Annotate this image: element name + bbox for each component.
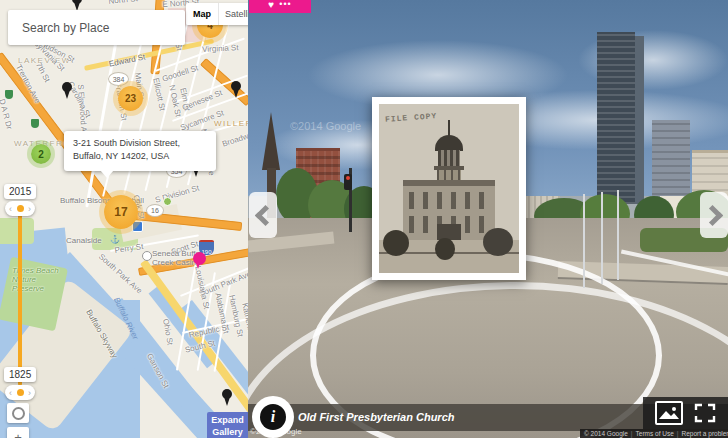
photo-pin[interactable] bbox=[62, 82, 72, 92]
photo-pin[interactable] bbox=[231, 81, 241, 91]
pano-left-arrow[interactable] bbox=[249, 192, 277, 238]
flag-pole bbox=[617, 190, 619, 280]
map-type-map-button[interactable]: Map bbox=[186, 3, 218, 25]
interstate-mini-shield bbox=[31, 119, 39, 128]
info-window: 3-21 South Division Street, Buffalo, NY … bbox=[64, 131, 216, 171]
red-light bbox=[346, 176, 350, 180]
lasalle-park bbox=[0, 218, 34, 244]
search-placeholder: Search by Place bbox=[22, 21, 109, 35]
handle-dot-icon bbox=[17, 389, 24, 396]
canalside-label: Canalside bbox=[66, 236, 102, 245]
handle-right-chevron-icon: › bbox=[28, 204, 31, 214]
target-icon bbox=[12, 407, 25, 420]
handle-right-chevron-icon: › bbox=[28, 388, 31, 398]
app-window: LAKEVIEW ALLENTOWN WATERFRONT WILLERT PA… bbox=[0, 0, 728, 438]
selected-photo-pin-casino[interactable] bbox=[193, 252, 206, 265]
photo-finial bbox=[448, 120, 450, 136]
map-type-control: Map Satellite bbox=[186, 3, 248, 25]
gallery-toggle-button[interactable] bbox=[655, 401, 683, 425]
flag-pole bbox=[583, 194, 585, 288]
street-label: D A R Dr bbox=[0, 98, 14, 130]
street-label: Broadway bbox=[221, 129, 248, 149]
photo-caption: Old First Presbyterian Church bbox=[298, 411, 454, 423]
left-chevron-icon bbox=[254, 204, 275, 225]
handle-left-chevron-icon: ‹ bbox=[9, 204, 12, 214]
dots-icon: ••• bbox=[279, 0, 291, 8]
street-label: S Division St bbox=[154, 183, 200, 204]
pano-right-arrow[interactable] bbox=[700, 192, 728, 238]
search-box[interactable]: Search by Place bbox=[8, 10, 185, 45]
attribution-bar: © 2014 Google | Terms of Use | Report a … bbox=[580, 429, 728, 438]
photo-tree bbox=[383, 230, 409, 256]
timeline-handle-top[interactable]: ‹ › bbox=[5, 201, 35, 216]
route-badge-384: 384 bbox=[108, 72, 129, 86]
separator: | bbox=[677, 430, 679, 437]
report-link[interactable]: Report a problem bbox=[682, 430, 728, 437]
route-badge-16: 16 bbox=[146, 204, 164, 217]
photo-lantern bbox=[438, 150, 460, 166]
casino-dice-icon bbox=[142, 251, 152, 261]
map-panel[interactable]: LAKEVIEW ALLENTOWN WATERFRONT WILLERT PA… bbox=[0, 0, 248, 438]
map-type-satellite-button[interactable]: Satellite bbox=[218, 3, 248, 25]
skyscraper-side-face bbox=[635, 36, 644, 204]
gallery-marker-23[interactable]: 23 bbox=[118, 86, 143, 111]
photo-icon bbox=[657, 403, 681, 423]
historical-photo-overlay[interactable]: FILE COPY bbox=[372, 97, 526, 280]
bisons-poi-icon bbox=[163, 197, 172, 206]
streetview-panel[interactable]: ©2014 Google bbox=[248, 0, 728, 438]
info-button[interactable]: i bbox=[252, 396, 294, 438]
heart-icon: ♥ bbox=[268, 0, 274, 10]
favorites-button[interactable]: ♥ ••• bbox=[249, 0, 311, 13]
canalside-anchor-icon: ⚓ bbox=[110, 235, 120, 244]
info-window-line2: Buffalo, NY 14202, USA bbox=[73, 150, 207, 163]
info-icon: i bbox=[260, 404, 286, 430]
streetview-controls bbox=[643, 397, 728, 429]
photo-window-row bbox=[409, 192, 489, 209]
terms-link[interactable]: Terms of Use bbox=[636, 430, 674, 437]
separator: | bbox=[631, 430, 633, 437]
neighborhood-label: WILLERT PARK bbox=[214, 119, 248, 128]
photo-pin[interactable] bbox=[72, 0, 82, 4]
handle-dot-icon bbox=[17, 205, 24, 212]
copyright-text: © 2014 Google bbox=[584, 430, 628, 437]
my-location-button[interactable] bbox=[7, 403, 29, 423]
interstate-mini-shield bbox=[5, 90, 13, 99]
flag-pole bbox=[601, 192, 603, 284]
church-spire bbox=[262, 112, 280, 170]
skyscraper-tower bbox=[597, 32, 635, 204]
photo-tree bbox=[435, 238, 455, 260]
fullscreen-button[interactable] bbox=[694, 403, 716, 423]
traffic-light-head bbox=[344, 174, 352, 190]
zoom-in-button[interactable]: + bbox=[7, 427, 29, 438]
file-copy-stamp: FILE COPY bbox=[385, 111, 438, 124]
street-label: Virginia St bbox=[202, 43, 239, 54]
timeline-track[interactable] bbox=[18, 208, 22, 386]
sky-watermark: ©2014 Google bbox=[290, 120, 361, 132]
street-label: North St bbox=[108, 0, 138, 6]
photo-pin[interactable] bbox=[222, 389, 232, 399]
gallery-marker-17[interactable]: 17 bbox=[104, 195, 138, 229]
photo-dome bbox=[435, 135, 463, 151]
info-window-pointer bbox=[100, 170, 114, 178]
gallery-marker-2[interactable]: 2 bbox=[31, 144, 51, 164]
timeline-handle-bottom[interactable]: ‹ › bbox=[5, 385, 35, 400]
handle-left-chevron-icon: ‹ bbox=[9, 388, 12, 398]
timeline-year-oldest: 1825 bbox=[4, 367, 36, 382]
photo-tree bbox=[483, 228, 513, 256]
timeline-year-newest: 2015 bbox=[4, 184, 36, 199]
expand-gallery-button[interactable]: Expand Gallery bbox=[207, 412, 248, 438]
info-window-line1: 3-21 South Division Street, bbox=[73, 137, 207, 150]
fullscreen-icon bbox=[694, 403, 716, 423]
right-chevron-icon bbox=[701, 204, 722, 225]
